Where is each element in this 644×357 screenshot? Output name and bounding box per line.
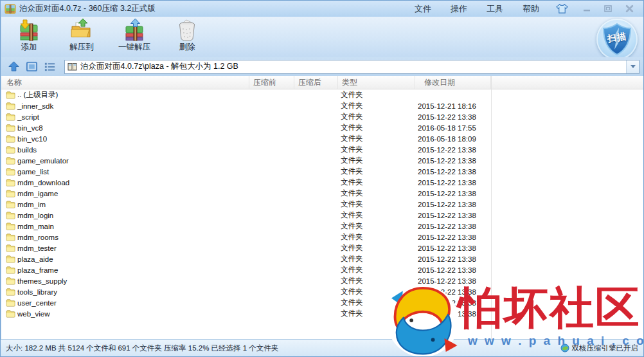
close-button[interactable] xyxy=(622,3,637,15)
view-mode-icon[interactable] xyxy=(24,60,39,73)
menu-tools[interactable]: 工具 xyxy=(487,3,503,15)
file-type: 文件夹 xyxy=(338,123,415,133)
file-date: 2015-12-22 13:38 xyxy=(415,212,644,219)
folder-icon xyxy=(6,244,15,252)
table-row[interactable]: mdm_main 文件夹 2015-12-22 13:38 xyxy=(1,221,644,232)
column-header-size-before[interactable]: 压缩前 xyxy=(249,76,294,89)
table-row[interactable]: plaza_frame 文件夹 2015-12-22 13:38 xyxy=(1,264,644,275)
one-click-extract-icon xyxy=(123,18,146,41)
file-type: 文件夹 xyxy=(338,232,415,242)
file-name: mdm_main xyxy=(17,223,54,230)
table-row[interactable]: .. (上级目录) 文件夹 xyxy=(1,89,644,100)
toolbar: 添加 解压到 一键解压 xyxy=(1,17,644,57)
file-name: mdm_im xyxy=(17,201,46,208)
file-date: 2015-12-21 18:16 xyxy=(415,102,644,110)
extract-to-button[interactable]: 解压到 xyxy=(62,18,102,55)
table-row[interactable]: bin_vc10 文件夹 2016-05-18 18:09 xyxy=(1,133,644,144)
column-header-name[interactable]: 名称 xyxy=(1,76,249,89)
file-name: bin_vc8 xyxy=(17,124,43,132)
folder-icon xyxy=(6,288,15,296)
address-bar: 泊众面对面4.0.7z\plaza - 解包大小为 1.2 GB xyxy=(1,57,644,76)
one-click-extract-button[interactable]: 一键解压 xyxy=(114,18,154,55)
add-button[interactable]: 添加 xyxy=(9,18,49,55)
file-name: builds xyxy=(17,146,37,154)
table-row[interactable]: tools_library 文件夹 2015-12-22 13:38 xyxy=(1,286,644,297)
table-row[interactable]: game_list 文件夹 2015-12-22 13:38 xyxy=(1,166,644,177)
file-date: 2015-12-22 13:38 xyxy=(415,223,644,230)
table-row[interactable]: mdm_igame 文件夹 2015-12-22 13:38 xyxy=(1,188,644,199)
file-list-pane: 名称 压缩前 压缩后 类型 修改日期 .. (上级目录) 文件夹 _inner_… xyxy=(1,76,644,340)
table-row[interactable]: bin_vc8 文件夹 2016-05-18 17:55 xyxy=(1,122,644,133)
file-date: 2015-12-22 13:38 xyxy=(415,277,644,285)
folder-icon xyxy=(6,113,15,121)
file-date: 2016-05-18 17:55 xyxy=(415,124,644,132)
tool-label: 一键解压 xyxy=(118,42,150,53)
engine-status-text: 双核压缩引擎已开启 xyxy=(572,343,639,353)
table-row[interactable]: game_emulator 文件夹 2015-12-22 13:38 xyxy=(1,155,644,166)
table-row[interactable]: themes_supply 文件夹 2015-12-22 13:38 xyxy=(1,275,644,286)
file-name: mdm_tester xyxy=(17,244,57,252)
file-type: 文件夹 xyxy=(338,221,415,231)
file-date: 2015-12-22 13:38 xyxy=(415,266,644,274)
menu-help[interactable]: 帮助 xyxy=(523,3,539,15)
folder-icon xyxy=(6,102,15,110)
scan-button[interactable]: 扫描 xyxy=(596,19,638,60)
menu-file[interactable]: 文件 xyxy=(415,3,431,15)
file-type: 文件夹 xyxy=(338,90,415,100)
tool-label: 解压到 xyxy=(69,42,94,53)
table-row[interactable]: user_center 文件夹 2015-12-22 13:38 xyxy=(1,297,644,308)
file-type: 文件夹 xyxy=(338,254,415,264)
skin-shirt-icon[interactable] xyxy=(555,3,569,15)
folder-icon xyxy=(6,156,15,165)
archive-path-combobox[interactable]: 泊众面对面4.0.7z\plaza - 解包大小为 1.2 GB xyxy=(64,60,640,74)
delete-button[interactable]: 删除 xyxy=(167,18,207,55)
tool-label: 删除 xyxy=(179,42,195,53)
table-row[interactable]: mdm_tester 文件夹 2015-12-22 13:38 xyxy=(1,243,644,253)
maximize-button[interactable] xyxy=(600,3,616,15)
file-date: 2015-12-22 13:38 xyxy=(415,113,644,121)
up-directory-icon[interactable] xyxy=(6,60,21,73)
folder-icon xyxy=(6,277,15,285)
tool-label: 添加 xyxy=(21,42,37,53)
file-type: 文件夹 xyxy=(338,287,415,297)
table-row[interactable]: builds 文件夹 2015-12-22 13:38 xyxy=(1,144,644,155)
folder-icon xyxy=(6,200,15,208)
minimize-button[interactable] xyxy=(579,3,595,15)
table-row[interactable]: mdm_download 文件夹 2015-12-22 13:38 xyxy=(1,177,644,188)
column-divider xyxy=(491,76,492,340)
title-bar: 泊众面对面4.0.7z - 360压缩 3.2正式版 文件 操作 工具 帮助 xyxy=(1,1,643,17)
file-type: 文件夹 xyxy=(338,298,415,307)
list-view-icon[interactable] xyxy=(42,60,57,73)
table-row[interactable]: mdm_im 文件夹 2015-12-22 13:38 xyxy=(1,199,644,210)
file-date: 2015-12-22 13:38 xyxy=(415,299,644,307)
file-type: 文件夹 xyxy=(338,199,415,209)
file-name: game_emulator xyxy=(17,157,69,165)
file-name: _script xyxy=(17,113,39,121)
status-summary: 大小: 182.2 MB 共 5124 个文件和 691 个文件夹 压缩率 15… xyxy=(6,343,278,353)
file-type: 文件夹 xyxy=(338,167,415,176)
column-header-size-after[interactable]: 压缩后 xyxy=(294,76,338,89)
file-type: 文件夹 xyxy=(338,101,415,111)
table-row[interactable]: web_view 文件夹 2015-12-22 13:38 xyxy=(1,308,644,319)
file-date: 2015-12-22 13:38 xyxy=(415,233,644,241)
folder-icon xyxy=(6,211,15,219)
table-row[interactable]: plaza_aide 文件夹 2015-12-22 13:38 xyxy=(1,253,644,264)
table-row[interactable]: mdm_rooms 文件夹 2015-12-22 13:38 xyxy=(1,232,644,243)
engine-status: 双核压缩引擎已开启 xyxy=(560,343,639,353)
file-date: 2015-12-22 13:38 xyxy=(415,168,644,176)
folder-icon xyxy=(6,222,15,230)
file-date: 2015-12-22 13:38 xyxy=(415,179,644,187)
column-header-date[interactable]: 修改日期 xyxy=(415,76,491,89)
folder-icon xyxy=(6,145,15,154)
file-name: web_view xyxy=(17,310,50,318)
table-row[interactable]: _script 文件夹 2015-12-22 13:38 xyxy=(1,111,644,122)
file-date: 2015-12-22 13:38 xyxy=(415,310,644,318)
table-row[interactable]: _inner_sdk 文件夹 2015-12-21 18:16 xyxy=(1,100,644,111)
folder-icon xyxy=(6,255,15,263)
archive-path-text: 泊众面对面4.0.7z\plaza - 解包大小为 1.2 GB xyxy=(80,61,626,72)
combobox-dropdown-button[interactable] xyxy=(626,60,639,73)
menu-actions[interactable]: 操作 xyxy=(451,3,467,15)
chevron-down-icon xyxy=(631,65,636,68)
table-row[interactable]: mdm_login 文件夹 2015-12-22 13:38 xyxy=(1,210,644,221)
column-header-type[interactable]: 类型 xyxy=(338,76,415,89)
